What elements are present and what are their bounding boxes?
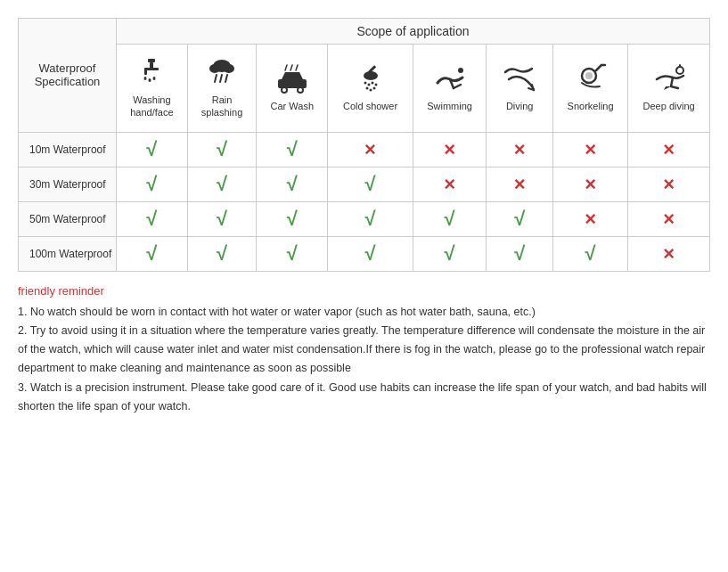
col-coldshower: Cold shower [328, 45, 413, 133]
svg-point-8 [209, 64, 220, 73]
cell-30m-deepdiving: × [628, 167, 710, 201]
col-carwash-label: Car Wash [271, 100, 315, 112]
cell-50m-snorkeling: × [552, 201, 627, 236]
col-snorkeling-label: Snorkeling [568, 100, 614, 112]
cell-10m-carwash: √ [257, 132, 328, 167]
svg-line-10 [215, 75, 217, 82]
col-deepdiving-label: Deep diving [643, 100, 695, 112]
svg-point-6 [153, 77, 156, 80]
col-rain-label: Rainsplashing [201, 94, 242, 119]
col-rain: Rainsplashing [187, 45, 257, 133]
svg-line-11 [220, 75, 222, 82]
svg-point-27 [365, 87, 368, 90]
row-10m-label: 10m Waterproof [19, 132, 117, 167]
cell-30m-washing: √ [117, 167, 188, 201]
svg-line-19 [290, 65, 292, 70]
cell-100m-rain: √ [187, 236, 257, 271]
row-50m: 50m Waterproof √ √ √ √ √ √ × × [19, 201, 710, 236]
row-100m: 100m Waterproof √ √ √ √ √ √ √ × [19, 236, 710, 271]
reminder-title: friendly reminder [18, 284, 710, 298]
cell-30m-snorkeling: × [552, 167, 627, 201]
svg-point-5 [149, 78, 151, 82]
reminder-text: 1. No watch should be worn in contact wi… [18, 303, 710, 417]
svg-point-24 [367, 84, 370, 86]
svg-point-9 [224, 64, 234, 73]
cell-10m-snorkeling: × [552, 132, 627, 167]
svg-point-4 [144, 77, 147, 80]
cell-100m-swimming: √ [413, 236, 487, 271]
col-snorkeling: Snorkeling [552, 45, 627, 133]
col-coldshower-label: Cold shower [343, 100, 397, 112]
svg-point-23 [364, 82, 366, 85]
svg-line-33 [596, 65, 601, 70]
main-container: WaterproofSpecification Scope of applica… [18, 18, 710, 416]
cell-100m-snorkeling: √ [552, 236, 627, 271]
cell-100m-deepdiving: × [628, 236, 710, 271]
svg-point-29 [372, 87, 375, 90]
cell-100m-washing: √ [117, 236, 188, 271]
svg-line-20 [296, 65, 298, 70]
svg-point-15 [282, 88, 286, 92]
cell-30m-rain: √ [187, 167, 257, 201]
cell-50m-washing: √ [117, 201, 188, 236]
col-washing-label: Washinghand/face [130, 94, 173, 119]
cell-50m-rain: √ [187, 201, 257, 236]
svg-line-12 [225, 75, 227, 82]
svg-point-32 [585, 72, 593, 79]
cell-50m-carwash: √ [257, 201, 328, 236]
cell-10m-swimming: × [413, 132, 487, 167]
cell-30m-swimming: × [413, 167, 487, 201]
col-swimming: Swimming [413, 45, 487, 133]
col-washing: Washinghand/face [117, 45, 188, 133]
row-30m: 30m Waterproof √ √ √ √ × × × × [19, 167, 710, 201]
svg-rect-13 [278, 79, 307, 88]
reminder-item-3: 3. Watch is a precision instrument. Plea… [18, 379, 710, 417]
cell-50m-diving: √ [487, 201, 553, 236]
svg-point-28 [369, 89, 372, 92]
svg-point-17 [299, 88, 302, 92]
svg-point-22 [364, 71, 378, 80]
cell-30m-diving: × [487, 167, 553, 201]
snorkeling-icon [571, 63, 610, 95]
carwash-icon [273, 63, 312, 95]
reminder-section: friendly reminder 1. No watch should be … [18, 284, 710, 417]
col-diving-label: Diving [506, 100, 534, 112]
svg-rect-0 [148, 59, 155, 62]
col-diving: Diving [487, 45, 553, 133]
col-swimming-label: Swimming [427, 100, 472, 112]
svg-point-25 [371, 82, 373, 85]
deepdiving-icon [650, 63, 689, 95]
col-carwash: Car Wash [257, 45, 328, 133]
reminder-item-1: 1. No watch should be worn in contact wi… [18, 303, 710, 322]
cell-50m-deepdiving: × [628, 201, 710, 236]
row-30m-label: 30m Waterproof [19, 167, 117, 201]
row-50m-label: 50m Waterproof [19, 201, 117, 236]
scope-header: Scope of application [117, 19, 710, 45]
svg-point-26 [374, 84, 377, 86]
cell-100m-diving: √ [487, 236, 553, 271]
svg-line-18 [285, 65, 287, 70]
row-100m-label: 100m Waterproof [19, 236, 117, 271]
cell-100m-carwash: √ [257, 236, 328, 271]
diving-icon [500, 63, 539, 95]
cell-10m-washing: √ [117, 132, 188, 167]
reminder-item-2: 2. Try to avoid using it in a situation … [18, 322, 710, 379]
row-10m: 10m Waterproof √ √ √ × × × × × [19, 132, 710, 167]
col-deepdiving: Deep diving [628, 45, 710, 133]
cell-10m-deepdiving: × [628, 132, 710, 167]
cell-10m-diving: × [487, 132, 553, 167]
svg-point-30 [458, 68, 463, 73]
cell-100m-coldshower: √ [328, 236, 413, 271]
cell-10m-rain: √ [187, 132, 257, 167]
svg-point-35 [676, 67, 683, 74]
swimming-icon [430, 63, 470, 95]
cell-30m-coldshower: √ [328, 167, 413, 201]
rain-icon [202, 57, 241, 89]
svg-rect-3 [144, 68, 147, 75]
coldshower-icon [351, 63, 390, 95]
cell-30m-carwash: √ [257, 167, 328, 201]
cell-50m-coldshower: √ [328, 201, 413, 236]
cell-50m-swimming: √ [413, 201, 487, 236]
waterproof-table: WaterproofSpecification Scope of applica… [18, 18, 710, 272]
spec-header: WaterproofSpecification [19, 19, 117, 133]
